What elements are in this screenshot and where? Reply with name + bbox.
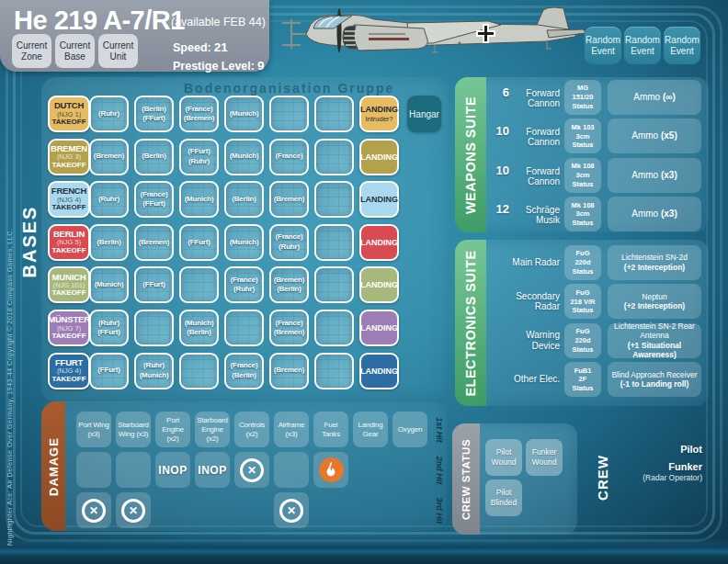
base-card-dutch[interactable]: DUTCH(NJG 1)TAKEOFF bbox=[48, 96, 90, 132]
zone-cell[interactable]: (Berlin) bbox=[134, 139, 174, 175]
weapon-status-box[interactable]: MG151/20Status bbox=[564, 80, 601, 115]
zone-cell[interactable] bbox=[314, 266, 354, 303]
random-event-button-1[interactable]: Random Event bbox=[585, 27, 621, 64]
random-event-button-2[interactable]: Random Event bbox=[624, 27, 661, 64]
zone-cell[interactable]: (Ruhr)(FFurt) bbox=[89, 310, 129, 346]
crew-status-cell-pilot-wound[interactable]: Pilot Wound bbox=[485, 439, 522, 476]
zone-cell[interactable] bbox=[314, 96, 354, 132]
zone-cell[interactable]: (France)(Bremen) bbox=[269, 310, 309, 346]
zone-cell[interactable] bbox=[314, 181, 354, 218]
damage-system-starboard-engine-x2[interactable]: Starboard Engine (x2) bbox=[195, 412, 230, 447]
zone-cell[interactable]: (FFurt) bbox=[179, 224, 219, 261]
crew-status-cell-funker-wound[interactable]: Funker Wound bbox=[526, 439, 563, 476]
zone-cell[interactable]: (France)(FFurt) bbox=[134, 181, 174, 218]
damage-hit-box[interactable] bbox=[313, 452, 348, 488]
zone-cell[interactable] bbox=[269, 96, 309, 132]
zone-cell[interactable]: (Berlin) bbox=[89, 224, 129, 261]
damage-system-starboard-wing-x3[interactable]: Starboard Wing (x3) bbox=[116, 412, 151, 447]
zone-cell[interactable]: (Munich) bbox=[179, 181, 219, 218]
zone-cell[interactable]: (FFurt) bbox=[89, 353, 129, 389]
landing-cell-french[interactable]: LANDING bbox=[359, 181, 399, 218]
zone-cell[interactable]: (Ruhr) bbox=[89, 96, 129, 132]
damage-hit-box[interactable] bbox=[116, 452, 151, 488]
zone-cell[interactable] bbox=[134, 310, 174, 346]
zone-cell[interactable] bbox=[314, 310, 354, 346]
damage-system-landing-gear[interactable]: Landing Gear bbox=[353, 412, 388, 447]
zone-cell[interactable]: (Munich) bbox=[89, 266, 129, 303]
zone-cell[interactable]: (Bremen) bbox=[269, 181, 309, 218]
damage-hit-box[interactable]: ✕ bbox=[116, 492, 151, 528]
damage-hit-box[interactable] bbox=[76, 452, 111, 488]
damage-system-fuel-tanks[interactable]: Fuel Tanks bbox=[313, 412, 348, 447]
ammo-box[interactable]: Ammo (x3) bbox=[608, 158, 701, 193]
zone-cell[interactable]: (France)(Berlin) bbox=[224, 353, 264, 389]
electronics-device-box[interactable]: Lichtenstein SN-2d(+2 Interception) bbox=[608, 245, 701, 280]
zone-cell[interactable]: (Munich) bbox=[224, 139, 264, 175]
damage-hit-box[interactable] bbox=[274, 452, 309, 488]
zone-cell[interactable]: (Munich) bbox=[224, 96, 264, 132]
zone-cell[interactable]: (Munich) bbox=[224, 224, 264, 261]
landing-cell-m-nster[interactable]: LANDING bbox=[359, 310, 399, 346]
damage-system-controls-x2[interactable]: Controls (x2) bbox=[234, 412, 269, 447]
landing-cell-ffurt[interactable]: LANDING bbox=[359, 353, 399, 389]
base-card-bremen[interactable]: BREMEN(NJG 3)TAKEOFF bbox=[48, 139, 90, 175]
base-card-ffurt[interactable]: FFURT(NJG 4)TAKEOFF bbox=[48, 353, 90, 389]
electronics-status-box[interactable]: FuG220dStatus bbox=[564, 245, 601, 280]
zone-cell[interactable]: (Ruhr)(Munich) bbox=[134, 353, 174, 389]
zone-cell[interactable]: (Bremen) bbox=[134, 224, 174, 261]
zone-cell[interactable]: (France) bbox=[269, 139, 309, 175]
zone-cell[interactable]: (Berlin)(FFurt) bbox=[134, 96, 174, 132]
zone-cell[interactable]: (Ruhr) bbox=[89, 181, 129, 218]
weapon-status-box[interactable]: Mk 1083cmStatus bbox=[564, 158, 601, 193]
landing-cell-berlin[interactable]: LANDING bbox=[359, 224, 399, 261]
zone-cell[interactable]: (FFurt)(Ruhr) bbox=[179, 139, 219, 175]
zone-cell[interactable] bbox=[224, 310, 264, 346]
current-base-button[interactable]: Current Base bbox=[55, 34, 95, 68]
damage-system-port-engine-x2[interactable]: Port Engine (x2) bbox=[155, 412, 190, 447]
damage-hit-box[interactable]: ✕ bbox=[234, 452, 269, 488]
damage-system-port-wing-x3[interactable]: Port Wing (x3) bbox=[76, 412, 111, 447]
zone-cell[interactable]: (France)(Bremen) bbox=[179, 96, 219, 132]
hangar-button[interactable]: Hangar bbox=[407, 96, 441, 132]
zone-cell[interactable]: (Bremen) bbox=[89, 139, 129, 175]
zone-cell[interactable]: (France)(Ruhr) bbox=[224, 266, 264, 303]
damage-system-oxygen[interactable]: Oxygen bbox=[392, 412, 427, 447]
zone-cell[interactable]: (Berlin) bbox=[224, 181, 264, 218]
damage-hit-box[interactable]: ✕ bbox=[274, 492, 309, 528]
electronics-status-box[interactable]: FuG220dStatus bbox=[564, 323, 601, 358]
electronics-status-box[interactable]: FuB12FStatus bbox=[564, 362, 601, 397]
zone-cell[interactable]: (Bremen) bbox=[269, 353, 309, 389]
crew-status-cell-pilot-blinded[interactable]: Pilot Blinded bbox=[485, 479, 522, 516]
base-card-french[interactable]: FRENCH(NJG 4)TAKEOFF bbox=[48, 181, 90, 218]
electronics-device-box[interactable]: Neptun(+2 Interception) bbox=[608, 284, 701, 319]
current-unit-button[interactable]: Current Unit bbox=[98, 34, 138, 68]
damage-hit-box[interactable]: INOP bbox=[195, 452, 230, 488]
ammo-box[interactable]: Ammo (x5) bbox=[608, 118, 701, 153]
zone-cell[interactable] bbox=[179, 266, 219, 303]
zone-cell[interactable]: (Bremen)(Berlin) bbox=[269, 266, 309, 303]
weapon-status-box[interactable]: Mk 1083cmStatus bbox=[564, 197, 601, 231]
zone-cell[interactable]: (Munich)(Berlin) bbox=[179, 310, 219, 346]
damage-hit-box[interactable]: INOP bbox=[155, 452, 190, 488]
electronics-device-box[interactable]: Blind Approach Receiver(-1 to Landing ro… bbox=[608, 362, 701, 397]
damage-hit-box[interactable]: ✕ bbox=[76, 492, 111, 528]
electronics-status-box[interactable]: FuG218 V/RStatus bbox=[564, 284, 601, 319]
base-card-berlin[interactable]: BERLIN(NJG 5)TAKEOFF bbox=[48, 224, 90, 261]
zone-cell[interactable] bbox=[314, 139, 354, 175]
electronics-device-box[interactable]: Lichtenstein SN-2 Rear Antenna(+1 Situat… bbox=[608, 323, 701, 358]
landing-cell-dutch[interactable]: LANDINGIntruder? bbox=[359, 96, 399, 132]
zone-cell[interactable]: (FFurt) bbox=[134, 266, 174, 303]
zone-cell[interactable] bbox=[179, 353, 219, 389]
ammo-box[interactable]: Ammo (x3) bbox=[608, 197, 701, 231]
landing-cell-munich[interactable]: LANDING bbox=[359, 266, 399, 303]
zone-cell[interactable] bbox=[314, 224, 354, 261]
zone-cell[interactable]: (France)(Ruhr) bbox=[269, 224, 309, 261]
random-event-button-3[interactable]: Random Event bbox=[664, 27, 700, 64]
damage-system-airframe-x3[interactable]: Airframe (x3) bbox=[274, 412, 309, 447]
ammo-box[interactable]: Ammo (∞) bbox=[608, 80, 701, 115]
landing-cell-bremen[interactable]: LANDING bbox=[359, 139, 399, 175]
current-zone-button[interactable]: Current Zone bbox=[12, 34, 51, 68]
base-card-munich[interactable]: MUNICH(NJG 101)TAKEOFF bbox=[48, 266, 90, 303]
base-card-m-nster[interactable]: MÜNSTER(NJG 7)TAKEOFF bbox=[48, 310, 90, 346]
weapon-status-box[interactable]: Mk 1033cmStatus bbox=[564, 118, 601, 153]
